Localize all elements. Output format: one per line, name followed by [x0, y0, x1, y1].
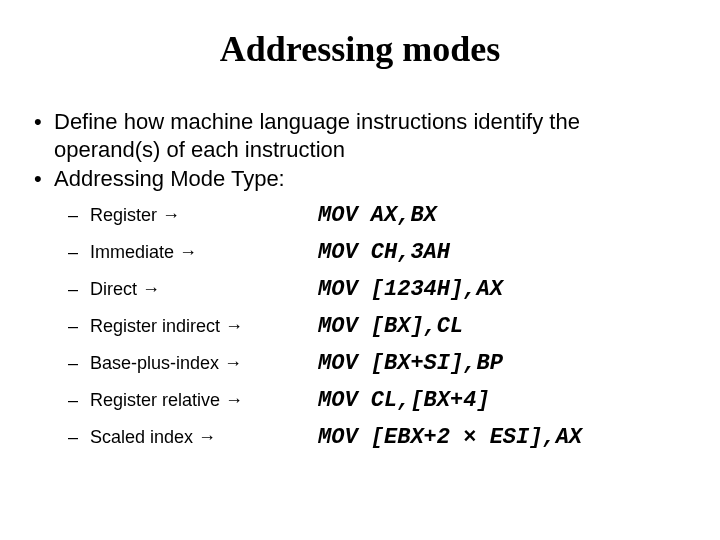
bullet-types: Addressing Mode Type:: [28, 165, 692, 193]
arrow-right-icon: →: [198, 427, 216, 447]
mode-name: Register relative: [90, 390, 220, 410]
arrow-right-icon: →: [179, 242, 197, 262]
mode-code: MOV [BX],CL: [318, 314, 463, 339]
mode-code: MOV [EBX+2 × ESI],AX: [318, 425, 582, 450]
mode-label: Register →: [68, 205, 318, 226]
main-bullet-list: Define how machine language instructions…: [28, 108, 692, 193]
mode-label: Base-plus-index →: [68, 353, 318, 374]
mode-label: Register relative →: [68, 390, 318, 411]
mode-name: Immediate: [90, 242, 174, 262]
arrow-right-icon: →: [142, 279, 160, 299]
mode-label: Scaled index →: [68, 427, 318, 448]
mode-code: MOV AX,BX: [318, 203, 437, 228]
arrow-right-icon: →: [225, 316, 243, 336]
mode-label: Register indirect →: [68, 316, 318, 337]
mode-code: MOV CH,3AH: [318, 240, 450, 265]
mode-code: MOV [1234H],AX: [318, 277, 503, 302]
arrow-right-icon: →: [224, 353, 242, 373]
bullet-define: Define how machine language instructions…: [28, 108, 692, 163]
mode-name: Scaled index: [90, 427, 193, 447]
list-item: Register → MOV AX,BX: [68, 203, 692, 228]
mode-name: Direct: [90, 279, 137, 299]
list-item: Register indirect → MOV [BX],CL: [68, 314, 692, 339]
mode-name: Base-plus-index: [90, 353, 219, 373]
mode-name: Register: [90, 205, 157, 225]
mode-name: Register indirect: [90, 316, 220, 336]
mode-label: Direct →: [68, 279, 318, 300]
list-item: Register relative → MOV CL,[BX+4]: [68, 388, 692, 413]
slide: Addressing modes Define how machine lang…: [0, 0, 720, 540]
arrow-right-icon: →: [162, 205, 180, 225]
mode-code: MOV CL,[BX+4]: [318, 388, 490, 413]
mode-code: MOV [BX+SI],BP: [318, 351, 503, 376]
list-item: Scaled index → MOV [EBX+2 × ESI],AX: [68, 425, 692, 450]
list-item: Immediate → MOV CH,3AH: [68, 240, 692, 265]
addressing-mode-list: Register → MOV AX,BX Immediate → MOV CH,…: [28, 203, 692, 450]
list-item: Base-plus-index → MOV [BX+SI],BP: [68, 351, 692, 376]
mode-label: Immediate →: [68, 242, 318, 263]
list-item: Direct → MOV [1234H],AX: [68, 277, 692, 302]
arrow-right-icon: →: [225, 390, 243, 410]
page-title: Addressing modes: [28, 28, 692, 70]
